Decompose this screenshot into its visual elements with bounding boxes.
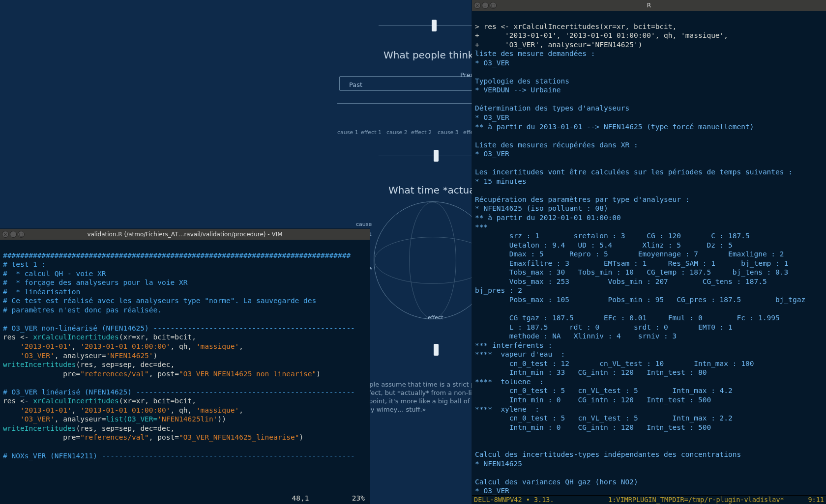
maximize-icon[interactable]: ▢	[18, 231, 25, 238]
vim-line: # Ce test est réalisé avec les analyseur…	[3, 297, 316, 305]
vim-title: validation.R (/atmo/Fichiers_AT…ravail/v…	[0, 231, 370, 238]
wallpaper-cause-label: cause	[356, 221, 372, 227]
r-terminal-window[interactable]: × – ▢ R > res <- xrCalculIncertitudes(xr…	[472, 0, 826, 504]
vim-line: # test 1 :	[3, 260, 46, 268]
vim-window[interactable]: × – ▢ validation.R (/atmo/Fichiers_AT…ra…	[0, 229, 370, 504]
close-icon[interactable]: ×	[2, 231, 9, 238]
vim-editor-area[interactable]: ########################################…	[0, 240, 370, 504]
wallpaper-effect-label-2: effect	[428, 314, 443, 321]
vim-line: # * calcul QH - voie XR	[3, 270, 106, 278]
vim-titlebar[interactable]: × – ▢ validation.R (/atmo/Fichiers_AT…ra…	[0, 229, 370, 240]
r-titlebar[interactable]: × – ▢ R	[472, 0, 826, 11]
wallpaper-slider-3	[379, 344, 477, 356]
minimize-icon[interactable]: –	[482, 2, 489, 9]
r-title: R	[472, 2, 826, 9]
wallpaper-slider-1	[379, 20, 477, 31]
vim-line: # paramètres n'est donc pas réalisée.	[3, 306, 162, 314]
vim-line: # * linéarisation	[3, 288, 80, 296]
vim-line: # * forçage des analyseurs pour la voie …	[3, 279, 187, 286]
r-status-left: DELL-8WNPV42 • 3.13.	[474, 496, 554, 504]
wallpaper-cause-strip: cause 1 effect 1 cause 2 effect 2 cause …	[337, 103, 480, 128]
vim-line: # O3_VER non-linéarisé (NFEN14625)	[3, 324, 153, 332]
vim-line: ########################################…	[3, 252, 351, 259]
close-icon[interactable]: ×	[474, 2, 481, 9]
r-console-area[interactable]: > res <- xrCalculIncertitudes(xr=xr, bci…	[472, 11, 826, 495]
maximize-icon[interactable]: ▢	[490, 2, 497, 9]
r-status-bar: DELL-8WNPV42 • 3.13. 1:VIMRPLUGIN_TMPDIR…	[472, 495, 826, 504]
wallpaper-past-label: Past	[349, 81, 362, 88]
vim-ruler: 48,1 23%	[292, 494, 365, 503]
r-status-right: 1:VIMRPLUGIN_TMPDIR=/tmp/r-plugin-vladis…	[608, 496, 824, 504]
minimize-icon[interactable]: –	[10, 231, 17, 238]
wallpaper-slider-2	[379, 150, 477, 162]
